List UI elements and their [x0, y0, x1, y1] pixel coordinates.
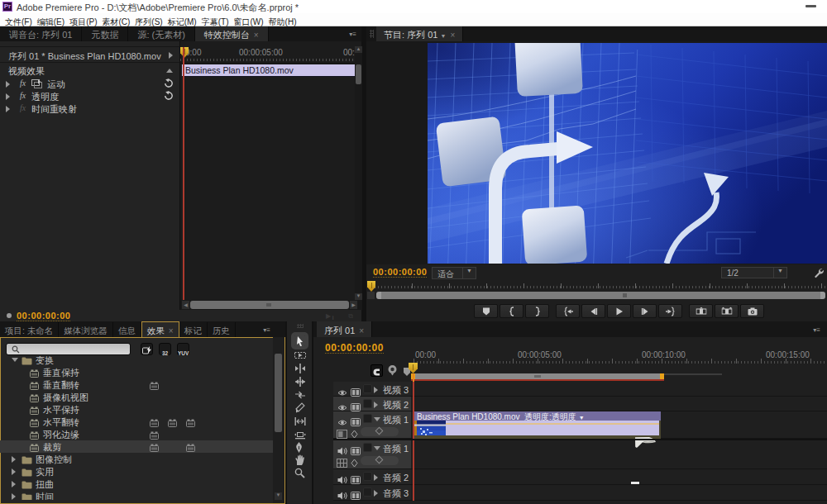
tab-metadata[interactable]: 元数据: [82, 26, 128, 41]
panel-grip[interactable]: [370, 30, 374, 38]
mark-out-button[interactable]: [525, 304, 549, 318]
track-header[interactable]: 音频 1: [333, 440, 411, 469]
scrollbar-thumb[interactable]: [275, 354, 282, 432]
tab-media-browser[interactable]: 媒体浏览器: [59, 322, 113, 338]
expand-icon[interactable]: [12, 481, 16, 487]
effect-item-5[interactable]: 水平翻转: [0, 416, 273, 428]
effects-folder-11[interactable]: 时间: [0, 490, 273, 500]
scrollbar-thumb[interactable]: [190, 301, 349, 309]
expand-track-icon[interactable]: [374, 402, 378, 408]
ecp-timecode[interactable]: 00:00:00:00: [17, 311, 70, 321]
track-header[interactable]: 视频 3: [333, 382, 411, 397]
lock-track-toggle[interactable]: [363, 443, 372, 452]
collapse-track-icon[interactable]: [374, 446, 380, 450]
effects-folder-10[interactable]: 扭曲: [0, 478, 273, 490]
rolling-edit-tool[interactable]: [294, 375, 305, 386]
razor-tool[interactable]: [294, 402, 305, 412]
menu-clip[interactable]: 素材(C): [99, 15, 132, 27]
reset-effect-icon[interactable]: [164, 91, 174, 101]
menu-file[interactable]: 文件(F): [2, 15, 35, 27]
fx-badge-icon[interactable]: fx: [20, 91, 26, 100]
expand-track-icon[interactable]: [374, 474, 378, 481]
pen-tool[interactable]: [294, 441, 305, 452]
expand-icon[interactable]: [6, 81, 10, 88]
reset-effect-icon[interactable]: [164, 78, 174, 88]
expand-icon[interactable]: [6, 106, 10, 112]
menu-title[interactable]: 字幕(T): [199, 15, 232, 27]
tab-program-monitor[interactable]: 节目: 序列 01 ▼×: [376, 26, 463, 41]
track-header[interactable]: 音频 3: [333, 485, 411, 501]
sync-lock-icon[interactable]: [351, 492, 361, 500]
hand-tool[interactable]: [294, 454, 305, 464]
ecp-ruler[interactable]: 0:00 00:00:05:00 00:0: [180, 46, 355, 64]
go-to-in-button[interactable]: [556, 304, 580, 318]
toggle-track-output-icon[interactable]: [337, 389, 347, 397]
keyframe-navigator[interactable]: [361, 456, 399, 465]
effect-item-6[interactable]: 羽化边缘: [0, 428, 273, 440]
panel-menu-icon[interactable]: [263, 326, 270, 334]
playback-resolution-select[interactable]: 1/2▼: [721, 267, 787, 278]
collapse-icon[interactable]: [166, 69, 173, 73]
toggle-track-output-icon[interactable]: [337, 419, 347, 426]
lock-track-toggle[interactable]: [363, 487, 372, 497]
panel-menu-icon[interactable]: [813, 326, 820, 334]
play-button[interactable]: [607, 304, 631, 318]
ecp-horizontal-scrollbar[interactable]: ◀ ▶: [180, 300, 362, 310]
panel-menu-icon[interactable]: [349, 31, 356, 38]
sync-lock-icon[interactable]: [351, 447, 361, 455]
show-timeline-arrow-icon[interactable]: [169, 52, 173, 59]
effects-folder-8[interactable]: 图像控制: [0, 453, 273, 465]
clip-body[interactable]: [414, 421, 661, 437]
scroll-down-button[interactable]: ▼: [355, 293, 362, 300]
effects-folder-0[interactable]: 变换: [0, 354, 273, 366]
keyframe-navigator[interactable]: [361, 427, 399, 436]
tab-effect-controls[interactable]: 特效控制台×: [195, 26, 269, 41]
settings-wrench-icon[interactable]: [813, 267, 825, 278]
scroll-down-button[interactable]: ▼: [275, 492, 282, 500]
keyframe-icon[interactable]: [351, 430, 358, 439]
track-header[interactable]: 视频 2: [333, 397, 411, 411]
chevron-down-icon[interactable]: ▼: [462, 268, 476, 278]
export-frame-button[interactable]: [740, 304, 764, 318]
track-lane[interactable]: [411, 440, 827, 469]
ecp-vertical-scrollbar[interactable]: ▲ ▼: [355, 46, 362, 300]
encore-chapter-marker-button[interactable]: [387, 364, 398, 380]
speaker-icon[interactable]: [337, 476, 348, 484]
scroll-up-button[interactable]: ▲: [355, 46, 362, 53]
scroll-left-button[interactable]: ◀: [182, 301, 189, 309]
program-mini-ruler[interactable]: [366, 281, 827, 291]
snap-button[interactable]: [370, 364, 383, 377]
timeline-playhead-marker[interactable]: [409, 363, 418, 373]
effect-item-7[interactable]: 裁剪: [0, 440, 273, 453]
track-lane[interactable]: [411, 382, 827, 397]
close-tab-icon[interactable]: ×: [359, 326, 364, 335]
lift-button[interactable]: [689, 304, 713, 318]
sync-lock-icon[interactable]: [351, 388, 361, 397]
effect-item-4[interactable]: 水平保持: [0, 403, 273, 416]
effect-item-2[interactable]: 垂直翻转: [0, 378, 273, 391]
zoom-tool[interactable]: [294, 467, 305, 478]
chevron-down-icon[interactable]: ▼: [773, 268, 786, 278]
selection-tool[interactable]: [294, 335, 305, 346]
track-select-tool[interactable]: [294, 349, 305, 359]
effect-row-opacity[interactable]: fx 透明度: [0, 90, 179, 102]
display-style-icon[interactable]: [337, 430, 347, 439]
lock-track-toggle[interactable]: [363, 472, 372, 481]
tab-markers[interactable]: 标记: [179, 322, 208, 338]
close-tab-icon[interactable]: ×: [169, 326, 174, 335]
timeline-timecode[interactable]: 00:00:00:00: [325, 343, 384, 354]
track-header[interactable]: 视频 1: [333, 411, 411, 439]
lock-track-toggle[interactable]: [363, 414, 372, 423]
fx-badge-icon[interactable]: fx: [20, 78, 26, 88]
close-tab-icon[interactable]: ×: [450, 31, 455, 40]
slide-tool[interactable]: [294, 428, 305, 439]
step-back-button[interactable]: [581, 304, 605, 318]
program-scrollbar[interactable]: [366, 291, 827, 300]
extract-button[interactable]: [715, 304, 739, 318]
track-lane[interactable]: [411, 469, 827, 485]
speaker-icon[interactable]: [337, 447, 348, 455]
track-lane[interactable]: [411, 485, 827, 501]
panel-grip[interactable]: [297, 324, 304, 328]
sync-lock-icon[interactable]: [351, 403, 361, 411]
zoom-level-select[interactable]: 适合▼: [432, 267, 476, 279]
